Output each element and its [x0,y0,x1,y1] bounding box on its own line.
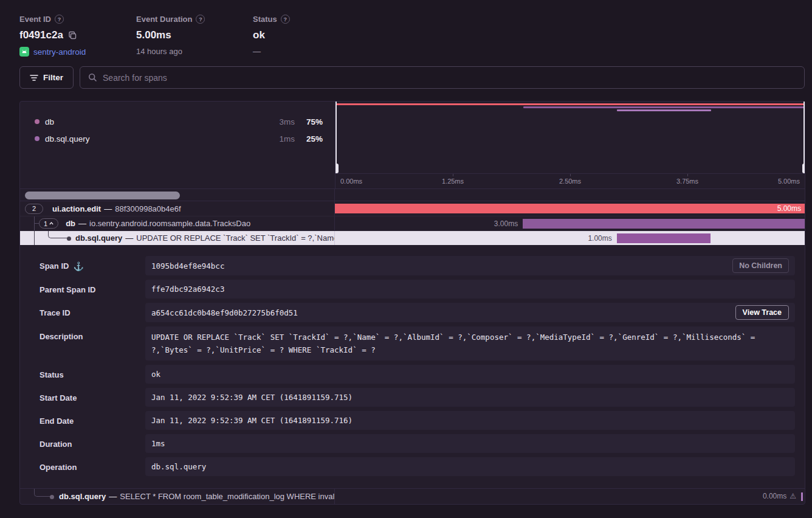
span-description: UPDATE OR REPLACE `Track` SET `TrackId` … [136,233,335,243]
trace-id-field: a654cc61dc0b48ef9d0b27275b6f0d51 View Tr… [145,303,795,322]
legend-row-db[interactable]: db 3ms 75% [30,113,323,130]
span-duration-label: 0.00ms [763,492,786,500]
span-row-db[interactable]: 1 db — io.sentry.android.roomsample.data… [20,216,805,230]
span-details: Span ID ⚓ 1095bd4ef8e94bcc No Children P… [20,245,805,488]
span-id-field: 1095bd4ef8e94bcc No Children [145,256,795,275]
copy-icon[interactable] [68,31,77,40]
start-date-field: Jan 11, 2022 9:52:39 AM CET (1641891159.… [145,388,795,407]
detail-row-duration: Duration 1ms [30,434,795,453]
scrollbar-thumb[interactable] [25,192,180,199]
axis-label: 0.00ms [340,178,362,185]
status-value: ok [253,29,265,41]
operation-percent: 75% [295,117,323,126]
event-duration-value: 5.00ms [136,29,171,41]
axis-label: 5.00ms [778,178,800,185]
span-duration-label: 3.00ms [335,219,523,228]
no-children-badge: No Children [732,258,789,273]
horizontal-scrollbar[interactable] [20,189,335,201]
event-time-ago: 14 hours ago [136,47,253,56]
span-detail-page: Event ID ? f0491c2a [0,0,812,518]
operation-duration: 1ms [263,134,295,143]
spans-toolbar: Filter [0,57,812,89]
minimap-span-purple [523,106,805,108]
axis-label: 2.50ms [559,178,581,185]
status-subtext: — [253,47,370,56]
detail-row-trace-id: Trace ID a654cc61dc0b48ef9d0b27275b6f0d5… [30,303,795,322]
operation-percent: 25% [295,134,323,143]
event-id-label: Event ID [19,15,51,24]
minimap-left-handle[interactable] [335,102,337,173]
detail-row-description: Description UPDATE OR REPLACE `Track` SE… [30,326,795,361]
span-description: SELECT * FROM room_table_modification_lo… [120,492,335,501]
trace-waterfall-panel: db 3ms 75% db.sql.query 1ms 25% [19,101,805,505]
span-op: db.sql.query [75,233,122,243]
minimap-right-handle[interactable] [803,102,805,173]
span-row-ui-action-edit[interactable]: 2 ui.action.edit — 88f300998a0b4e6f 5.00… [20,201,805,216]
axis-tick [570,174,571,176]
span-duration-label: 5.00ms [777,204,801,213]
span-search[interactable] [80,66,805,89]
minimap-viewport[interactable] [335,102,805,173]
span-op: db.sql.query [59,492,106,501]
scrollbar-row [20,188,805,201]
help-icon[interactable]: ? [55,15,64,24]
event-duration-label: Event Duration [136,15,192,24]
detail-row-span-id: Span ID ⚓ 1095bd4ef8e94bcc No Children [30,256,795,275]
end-date-field: Jan 11, 2022 9:52:39 AM CET (1641891159.… [145,411,795,430]
chevron-up-icon [49,222,53,225]
duration-field: 1ms [145,434,795,453]
detail-row-parent-span-id: Parent Span ID ffe7dbc92a6942c3 [30,280,795,299]
time-axis: 0.00ms 1.25ms 2.50ms 3.75ms 5.00ms [335,173,805,188]
search-input[interactable] [103,73,796,83]
detail-row-operation: Operation db.sql.query [30,457,795,476]
axis-tick [453,174,453,176]
operation-duration: 3ms [263,117,295,126]
operations-legend: db 3ms 75% db.sql.query 1ms 25% [20,102,335,188]
span-description: io.sentry.android.roomsample.data.Tracks… [89,219,250,228]
minimap-span-light-purple [617,109,710,111]
detail-row-end-date: End Date Jan 11, 2022 9:52:39 AM CET (16… [30,411,795,430]
event-duration-column: Event Duration ? 5.00ms 14 hours ago [136,15,253,57]
span-op: ui.action.edit [52,204,101,213]
filter-icon [30,74,38,81]
span-description: 88f300998a0b4e6f [115,204,181,213]
help-icon[interactable]: ? [281,15,290,24]
span-duration-bar [617,233,711,243]
trace-minimap: 0.00ms 1.25ms 2.50ms 3.75ms 5.00ms [335,102,805,188]
axis-label: 1.25ms [442,178,464,185]
children-count-badge[interactable]: 2 [25,204,43,214]
parent-span-id-field: ffe7dbc92a6942c3 [145,280,795,299]
event-id-value: f0491c2a [19,29,63,41]
minimap-span-red [335,103,805,105]
filter-button[interactable]: Filter [19,66,74,89]
span-row-db-sql-query-select[interactable]: db.sql.query — SELECT * FROM room_table_… [20,488,805,504]
view-trace-button[interactable]: View Trace [735,305,789,320]
warning-icon: ⚠ [790,492,796,500]
legend-row-db-sql-query[interactable]: db.sql.query 1ms 25% [30,130,323,147]
operation-field: db.sql.query [145,457,795,476]
help-icon[interactable]: ? [196,15,205,24]
operation-color-dot [35,136,40,141]
span-duration-marker [801,492,803,501]
filter-label: Filter [43,73,63,82]
event-id-column: Event ID ? f0491c2a [19,15,136,57]
project-link[interactable]: sentry-android [33,47,86,57]
children-count-badge[interactable]: 1 [39,218,58,229]
status-field: ok [145,365,795,384]
detail-row-status: Status ok [30,365,795,384]
axis-label: 3.75ms [676,178,698,185]
anchor-link-icon[interactable]: ⚓ [73,261,83,271]
axis-tick [687,174,688,176]
tree-connector-dot [50,495,54,499]
span-row-db-sql-query-selected[interactable]: db.sql.query — UPDATE OR REPLACE `Track`… [20,230,805,245]
android-project-icon [19,47,29,57]
span-duration-bar [523,219,805,229]
tree-connector-dot [67,237,71,241]
span-op: db [66,219,75,228]
event-header: Event ID ? f0491c2a [0,0,812,57]
span-duration-label: 1.00ms [335,234,617,243]
status-column: Status ? ok — [253,15,370,57]
minimap-section: db 3ms 75% db.sql.query 1ms 25% [20,102,805,188]
detail-row-start-date: Start Date Jan 11, 2022 9:52:39 AM CET (… [30,388,795,407]
span-duration-bar: 5.00ms [335,204,805,213]
